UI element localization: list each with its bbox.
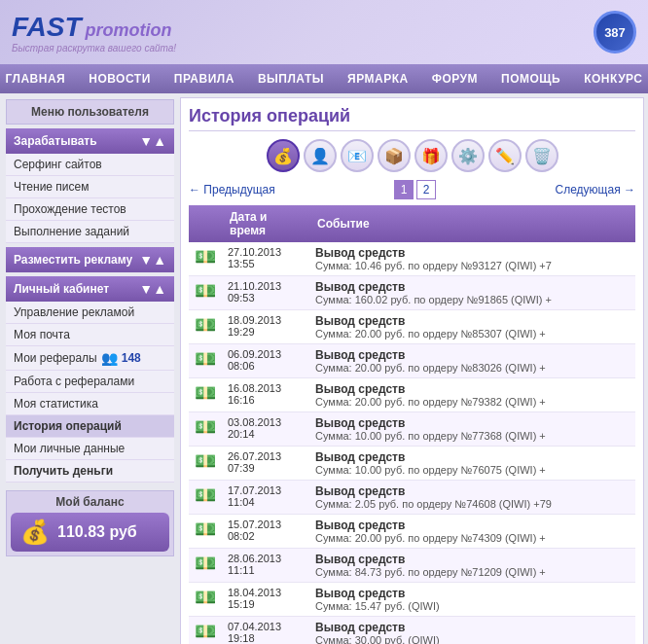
filter-user[interactable]: 👤 xyxy=(304,139,337,172)
balance-amount: 110.83 руб xyxy=(57,523,137,541)
filter-edit[interactable]: ✏️ xyxy=(488,139,522,172)
earn-label: Зарабатывать xyxy=(14,134,97,148)
history-table: Дата и время Событие 💵 27.10.201313:55 В… xyxy=(189,205,635,644)
cabinet-item-stats[interactable]: Моя статистика xyxy=(6,393,174,415)
event-detail: Сумма: 160.02 руб. по ордеру №91865 (QIW… xyxy=(315,294,630,305)
earn-section-header[interactable]: Зарабатывать ▼▲ xyxy=(6,128,174,154)
row-event: Вывод средств Сумма: 84.73 руб. по ордер… xyxy=(309,549,635,583)
row-datetime: 21.10.201309:53 xyxy=(222,276,309,310)
nav-payments[interactable]: ВЫПЛАТЫ xyxy=(246,64,336,93)
row-event: Вывод средств Сумма: 20.00 руб. по ордер… xyxy=(309,378,635,412)
page-2-btn[interactable]: 2 xyxy=(416,180,436,199)
balance-box: Мой баланс 💰 110.83 руб xyxy=(6,490,174,556)
filter-icons: 💰 👤 📧 📦 🎁 ⚙️ ✏️ 🗑️ xyxy=(189,139,635,172)
event-title: Вывод средств xyxy=(315,484,630,498)
nav-news[interactable]: НОВОСТИ xyxy=(77,64,162,93)
table-row: 💵 26.07.201307:39 Вывод средств Сумма: 1… xyxy=(189,447,635,481)
earn-item-mail[interactable]: Чтение писем xyxy=(6,176,174,198)
cabinet-item-mail[interactable]: Моя почта xyxy=(6,324,174,346)
earn-item-tasks[interactable]: Выполнение заданий xyxy=(6,221,174,243)
table-body: 💵 27.10.201313:55 Вывод средств Сумма: 1… xyxy=(189,242,635,644)
page-1-btn[interactable]: 1 xyxy=(394,180,414,199)
event-title: Вывод средств xyxy=(315,416,630,430)
referral-label: Мои рефералы xyxy=(14,351,97,365)
row-icon-cell: 💵 xyxy=(189,617,222,645)
filter-edit-icon: ✏️ xyxy=(495,147,515,165)
main-nav: ГЛАВНАЯ НОВОСТИ ПРАВИЛА ВЫПЛАТЫ ЯРМАРКА … xyxy=(0,64,648,93)
event-title: Вывод средств xyxy=(315,280,630,294)
advertise-label: Разместить рекламу xyxy=(14,253,132,267)
header: FASTpromotion Быстрая раскрутка вашего с… xyxy=(0,0,648,64)
filter-delete-icon: 🗑️ xyxy=(532,147,552,165)
table-row: 💵 28.06.201311:11 Вывод средств Сумма: 8… xyxy=(189,549,635,583)
nav-rules[interactable]: ПРАВИЛА xyxy=(162,64,246,93)
row-icon-cell: 💵 xyxy=(189,344,222,378)
money-icon: 💵 xyxy=(195,281,216,301)
earn-item-surf[interactable]: Серфинг сайтов xyxy=(6,154,174,176)
filter-settings-icon: ⚙️ xyxy=(458,147,478,165)
logo-promo: promotion xyxy=(86,20,172,40)
advertise-chevron: ▼▲ xyxy=(139,252,166,268)
row-icon-cell: 💵 xyxy=(189,447,222,481)
row-icon-cell: 💵 xyxy=(189,412,222,447)
event-detail: Сумма: 20.00 руб. по ордеру №79382 (QIWI… xyxy=(315,396,630,408)
filter-mail[interactable]: 📧 xyxy=(341,139,374,172)
row-datetime: 16.08.201316:16 xyxy=(222,378,309,412)
row-datetime: 18.09.201319:29 xyxy=(222,310,309,344)
user-avatar[interactable]: 387 xyxy=(594,11,636,54)
pagination-pages: 1 2 xyxy=(394,180,436,199)
advertise-section-header[interactable]: Разместить рекламу ▼▲ xyxy=(6,247,174,272)
cabinet-item-ads[interactable]: Управление рекламой xyxy=(6,302,174,324)
table-row: 💵 17.07.201311:04 Вывод средств Сумма: 2… xyxy=(189,481,635,515)
prev-page-link[interactable]: ← Предыдущая xyxy=(189,183,275,197)
filter-settings[interactable]: ⚙️ xyxy=(451,139,485,172)
row-datetime: 17.07.201311:04 xyxy=(222,481,309,515)
money-icon: 💵 xyxy=(195,485,216,505)
money-icon: 💵 xyxy=(195,417,216,437)
sidebar: Меню пользователя Зарабатывать ▼▲ Серфин… xyxy=(0,93,180,644)
row-datetime: 26.07.201307:39 xyxy=(222,447,309,481)
row-event: Вывод средств Сумма: 20.00 руб. по ордер… xyxy=(309,344,635,378)
cabinet-item-personal[interactable]: Мои личные данные xyxy=(6,438,174,460)
filter-gift[interactable]: 🎁 xyxy=(414,139,448,172)
sidebar-title: Меню пользователя xyxy=(6,99,174,125)
balance-display: 💰 110.83 руб xyxy=(11,513,169,552)
earn-item-tests[interactable]: Прохождение тестов xyxy=(6,198,174,221)
event-title: Вывод средств xyxy=(315,348,630,362)
filter-user-icon: 👤 xyxy=(310,147,330,165)
cabinet-section-header[interactable]: Личный кабинет ▼▲ xyxy=(6,276,174,302)
row-event: Вывод средств Сумма: 20.00 руб. по ордер… xyxy=(309,515,635,549)
event-title: Вывод средств xyxy=(315,382,630,396)
filter-package[interactable]: 📦 xyxy=(378,139,411,172)
nav-forum[interactable]: ФОРУМ xyxy=(420,64,489,93)
cabinet-section: Личный кабинет ▼▲ Управление рекламой Мо… xyxy=(6,276,174,483)
row-event: Вывод средств Сумма: 10.46 руб. по ордер… xyxy=(309,242,635,276)
money-icon: 💵 xyxy=(195,588,216,607)
cabinet-item-ref-work[interactable]: Работа с рефералами xyxy=(6,371,174,393)
row-event: Вывод средств Сумма: 20.00 руб. по ордер… xyxy=(309,310,635,344)
row-icon-cell: 💵 xyxy=(189,310,222,344)
filter-all[interactable]: 💰 xyxy=(267,139,300,172)
col-icon-header xyxy=(189,205,222,242)
row-icon-cell: 💵 xyxy=(189,242,222,276)
table-row: 💵 16.08.201316:16 Вывод средств Сумма: 2… xyxy=(189,378,635,412)
filter-all-icon: 💰 xyxy=(273,147,293,165)
cabinet-chevron: ▼▲ xyxy=(139,281,166,297)
nav-home[interactable]: ГЛАВНАЯ xyxy=(0,64,77,93)
row-datetime: 18.04.201315:19 xyxy=(222,583,309,617)
next-page-link[interactable]: Следующая → xyxy=(556,183,635,197)
nav-market[interactable]: ЯРМАРКА xyxy=(336,64,420,93)
row-event: Вывод средств Сумма: 10.00 руб. по ордер… xyxy=(309,412,635,447)
event-detail: Сумма: 20.00 руб. по ордеру №74309 (QIWI… xyxy=(315,532,630,544)
cabinet-item-history[interactable]: История операций xyxy=(6,415,174,438)
cabinet-item-referrals[interactable]: Мои рефералы 👥 148 xyxy=(6,346,174,371)
filter-delete[interactable]: 🗑️ xyxy=(525,139,558,172)
row-event: Вывод средств Сумма: 2.05 руб. по ордеру… xyxy=(309,481,635,515)
table-row: 💵 07.04.201319:18 Вывод средств Сумма: 3… xyxy=(189,617,635,645)
event-detail: Сумма: 20.00 руб. по ордеру №85307 (QIWI… xyxy=(315,328,630,340)
row-event: Вывод средств Сумма: 30.00 руб. (QIWI) xyxy=(309,617,635,645)
cabinet-item-withdraw[interactable]: Получить деньги xyxy=(6,460,174,483)
money-icon: 💵 xyxy=(195,451,216,471)
nav-help[interactable]: ПОМОЩЬ xyxy=(489,64,572,93)
nav-contest[interactable]: КОНКУРС xyxy=(572,64,648,93)
